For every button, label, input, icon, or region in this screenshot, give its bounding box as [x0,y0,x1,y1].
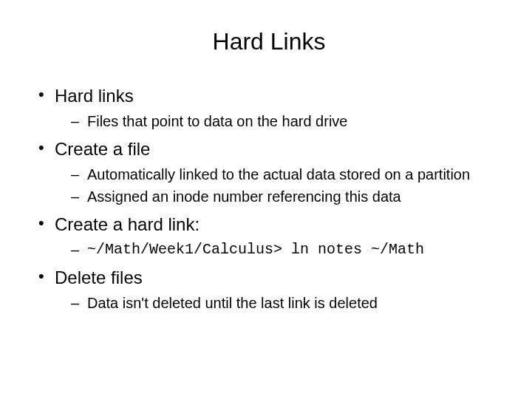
sub-bullet: ~/Math/Week1/Calculus> ln notes ~/Math [55,240,502,259]
sub-bullet: Automatically linked to the actual data … [55,165,502,184]
bullet-hard-links: Hard links Files that point to data on t… [35,85,502,131]
bullet-create-file: Create a file Automatically linked to th… [35,138,502,206]
bullet-list: Hard links Files that point to data on t… [35,85,502,313]
sub-list: Files that point to data on the hard dri… [55,112,502,131]
bullet-text: Delete files [55,267,143,287]
bullet-text: Create a file [55,139,150,159]
bullet-text: Hard links [55,86,134,106]
sub-bullet-text: Assigned an inode number referencing thi… [87,188,401,205]
sub-bullet-text: Automatically linked to the actual data … [87,166,470,183]
sub-bullet: Assigned an inode number referencing thi… [55,187,502,206]
sub-list: Data isn't deleted until the last link i… [55,293,502,313]
sub-bullet-command: ~/Math/Week1/Calculus> ln notes ~/Math [87,241,424,258]
sub-list: Automatically linked to the actual data … [55,165,502,206]
sub-bullet-text: Files that point to data on the hard dri… [87,113,347,129]
bullet-create-hard-link: Create a hard link: ~/Math/Week1/Calculu… [35,214,502,259]
slide-title: Hard Links [35,28,502,55]
bullet-delete-files: Delete files Data isn't deleted until th… [35,267,502,313]
sub-bullet: Files that point to data on the hard dri… [55,112,502,131]
bullet-text: Create a hard link: [55,214,200,234]
sub-bullet: Data isn't deleted until the last link i… [55,293,502,313]
sub-list: ~/Math/Week1/Calculus> ln notes ~/Math [55,240,502,259]
slide: Hard Links Hard links Files that point t… [0,0,532,399]
sub-bullet-text: Data isn't deleted until the last link i… [87,295,378,311]
